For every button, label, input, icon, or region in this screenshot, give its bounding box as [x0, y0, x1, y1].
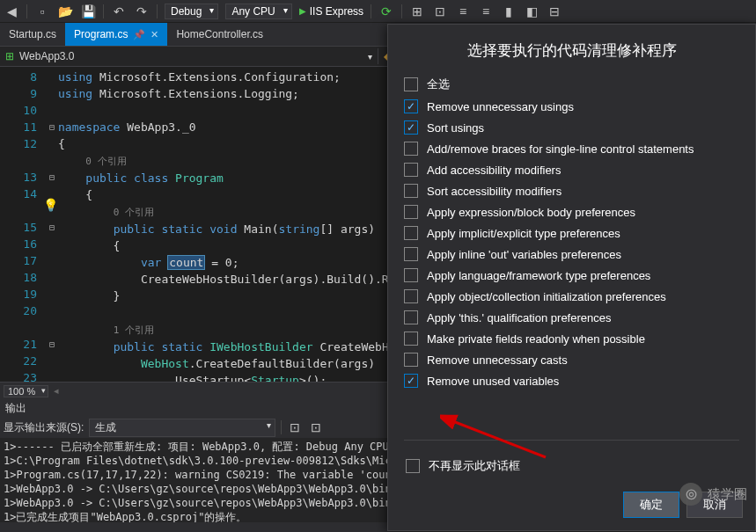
- dont-show-checkbox[interactable]: 不再显示此对话框: [406, 455, 738, 477]
- refresh-icon[interactable]: ⟳: [378, 4, 394, 19]
- checkbox-icon: [404, 99, 418, 113]
- zoom-combo[interactable]: 100 %: [4, 385, 48, 397]
- fixer-list: 全选 Remove unnecessary usingsSort usingsA…: [388, 73, 755, 433]
- nav-back-icon[interactable]: ◀: [4, 4, 19, 19]
- misc-icon[interactable]: ≡: [478, 4, 494, 19]
- misc-icon[interactable]: ⊞: [409, 4, 425, 19]
- fixer-checkbox[interactable]: Remove unnecessary usings: [404, 96, 739, 117]
- tab-program-cs[interactable]: Program.cs📌✕: [65, 23, 167, 46]
- fixer-checkbox[interactable]: Remove unused variables: [404, 370, 739, 391]
- csharp-icon: ⊞: [5, 50, 14, 62]
- checkbox-icon: [404, 353, 418, 367]
- output-icon[interactable]: ⊡: [287, 419, 303, 435]
- ok-button[interactable]: 确定: [623, 492, 679, 518]
- dialog-title: 选择要执行的代码清理修补程序: [388, 25, 755, 73]
- checkbox-icon: [406, 459, 420, 473]
- misc-icon[interactable]: ◧: [524, 4, 539, 19]
- bookmark-icon[interactable]: ▮: [501, 4, 517, 19]
- undo-icon[interactable]: ↶: [111, 4, 127, 19]
- open-icon[interactable]: 📂: [57, 4, 73, 19]
- checkbox-icon: [404, 268, 418, 282]
- checkbox-icon: [404, 120, 418, 135]
- line-numbers: 89101112 1314 151617181920 212223242526: [0, 67, 46, 382]
- run-button[interactable]: IIS Express: [299, 5, 363, 18]
- new-icon[interactable]: ▫: [34, 4, 50, 19]
- code-cleanup-dialog: 选择要执行的代码清理修补程序 全选 Remove unnecessary usi…: [387, 24, 756, 531]
- fixer-checkbox[interactable]: Apply language/framework type preference…: [404, 265, 739, 286]
- checkbox-icon: [404, 332, 418, 346]
- fixer-checkbox[interactable]: Apply expression/block body preferences: [404, 201, 739, 222]
- select-all-checkbox[interactable]: 全选: [404, 73, 739, 96]
- tab-startup-cs[interactable]: Startup.cs: [0, 23, 65, 46]
- fixer-checkbox[interactable]: Make private fields readonly when possib…: [404, 328, 739, 349]
- output-source-label: 显示输出来源(S):: [4, 420, 84, 435]
- fixer-checkbox[interactable]: Sort usings: [404, 117, 739, 138]
- checkbox-icon: [404, 163, 418, 177]
- platform-combo[interactable]: Any CPU: [225, 4, 291, 19]
- pin-icon[interactable]: 📌: [133, 29, 145, 40]
- fixer-checkbox[interactable]: Apply implicit/explicit type preferences: [404, 222, 739, 244]
- checkbox-icon: [404, 226, 418, 240]
- watermark: ⊚ 猿学圈: [679, 483, 747, 506]
- checkbox-icon: [404, 184, 418, 198]
- checkbox-icon: [404, 205, 418, 219]
- project-combo[interactable]: ⊞ WebApp3.0: [0, 48, 378, 64]
- misc-icon[interactable]: ⊡: [432, 4, 448, 19]
- save-icon[interactable]: 💾: [80, 4, 96, 19]
- fixer-checkbox[interactable]: Apply inline 'out' variables preferences: [404, 244, 739, 265]
- output-source-combo[interactable]: 生成: [89, 419, 275, 437]
- fold-column[interactable]: ⊟ ⊟ ⊟ ⊟: [46, 67, 58, 382]
- lightbulb-icon[interactable]: 💡: [43, 198, 58, 212]
- main-toolbar: ◀ ▫ 📂 💾 ↶ ↷ Debug Any CPU IIS Express ⟳ …: [0, 0, 756, 23]
- checkbox-icon: [404, 142, 418, 156]
- fixer-checkbox[interactable]: Add accessibility modifiers: [404, 159, 739, 180]
- misc-icon[interactable]: ⊟: [547, 4, 562, 19]
- checkbox-icon: [404, 310, 418, 324]
- checkbox-icon: [404, 374, 418, 388]
- fixer-checkbox[interactable]: Add/remove braces for single-line contro…: [404, 138, 739, 159]
- output-icon[interactable]: ⊡: [308, 419, 324, 435]
- fixer-checkbox[interactable]: Apply 'this.' qualification preferences: [404, 307, 739, 328]
- fixer-checkbox[interactable]: Apply object/collection initialization p…: [404, 286, 739, 307]
- checkbox-icon: [404, 77, 418, 91]
- close-icon[interactable]: ✕: [150, 29, 158, 40]
- fixer-checkbox[interactable]: Remove unnecessary casts: [404, 349, 739, 370]
- misc-icon[interactable]: ≡: [455, 4, 471, 19]
- tab-homecontroller-cs[interactable]: HomeController.cs: [167, 23, 272, 46]
- config-combo[interactable]: Debug: [165, 4, 218, 19]
- wechat-icon: ⊚: [679, 483, 702, 506]
- checkbox-icon: [404, 247, 418, 261]
- redo-icon[interactable]: ↷: [134, 4, 150, 19]
- checkbox-icon: [404, 289, 418, 303]
- fixer-checkbox[interactable]: Sort accessibility modifiers: [404, 180, 739, 201]
